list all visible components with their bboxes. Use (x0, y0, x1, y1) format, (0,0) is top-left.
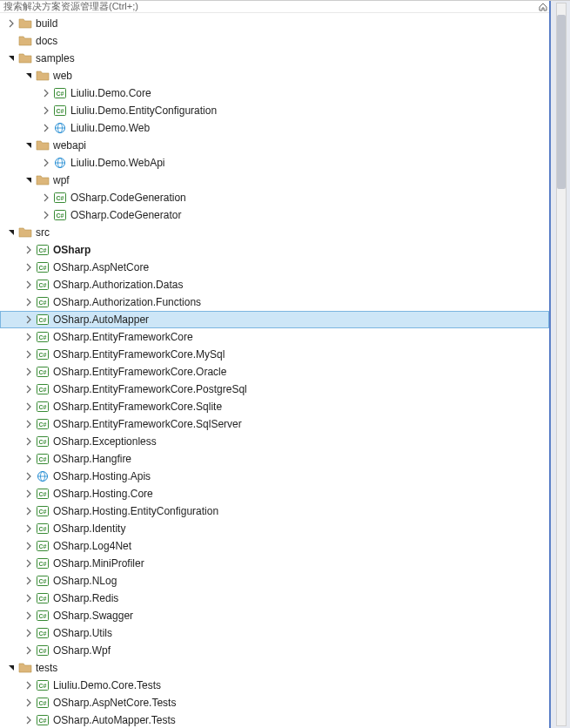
csharp-project-icon: C# (36, 365, 50, 379)
tree-project-item[interactable]: C#OSharp.AutoMapper (0, 311, 549, 328)
expand-icon[interactable] (23, 698, 34, 708)
tree-item-label: src (36, 226, 50, 239)
tree-folder-item[interactable]: src (0, 224, 549, 241)
tree-project-item[interactable]: C#OSharp.CodeGeneration (0, 189, 549, 206)
tree-project-item[interactable]: C#OSharp.EntityFrameworkCore (0, 328, 549, 346)
svg-text:C#: C# (39, 439, 47, 445)
tree-item-label: OSharp.EntityFrameworkCore (53, 331, 193, 343)
tree-project-item[interactable]: C#OSharp.AutoMapper.Tests (0, 711, 549, 728)
expand-icon[interactable] (23, 715, 34, 725)
expand-icon[interactable] (41, 192, 51, 203)
tree-project-item[interactable]: C#Liuliu.Demo.EntityConfiguration (0, 102, 549, 119)
tree-project-item[interactable]: C#OSharp.Authorization.Datas (0, 276, 549, 293)
collapse-icon[interactable] (6, 53, 17, 64)
expand-icon[interactable] (23, 593, 34, 603)
tree-project-item[interactable]: C#OSharp.Identity (0, 520, 549, 537)
tree-project-item[interactable]: C#OSharp.Utils (0, 624, 549, 642)
tree-project-item[interactable]: C#OSharp (0, 241, 549, 259)
expand-icon[interactable] (23, 628, 34, 638)
tree-project-item[interactable]: C#OSharp.EntityFrameworkCore.SqlServer (0, 415, 549, 433)
csharp-project-icon: C# (36, 278, 50, 292)
tree-panel[interactable]: 搜索解决方案资源管理器(Ctrl+;) builddocssampleswebC… (0, 1, 549, 728)
csharp-project-icon: C# (36, 243, 50, 257)
expand-icon[interactable] (23, 454, 34, 464)
expand-icon[interactable] (41, 123, 51, 133)
expand-icon[interactable] (23, 332, 34, 342)
expand-icon[interactable] (41, 210, 51, 220)
tree-project-item[interactable]: C#OSharp.AspNetCore (0, 259, 549, 276)
tree-project-item[interactable]: Liuliu.Demo.Web (0, 119, 549, 137)
tree-project-item[interactable]: OSharp.Hosting.Apis (0, 468, 549, 485)
tree-project-item[interactable]: C#Liuliu.Demo.Core (0, 84, 549, 102)
tree-folder-item[interactable]: web (0, 67, 549, 84)
csharp-project-icon: C# (53, 104, 67, 118)
tree-folder-item[interactable]: tests (0, 659, 549, 677)
expand-icon[interactable] (23, 349, 34, 360)
expand-icon[interactable] (23, 541, 34, 551)
expand-icon[interactable] (23, 506, 34, 516)
tree-project-item[interactable]: C#OSharp.Swagger (0, 607, 549, 624)
expand-icon[interactable] (23, 314, 34, 325)
expand-icon[interactable] (23, 610, 34, 621)
tree-project-item[interactable]: C#OSharp.CodeGenerator (0, 206, 549, 224)
expand-icon[interactable] (23, 384, 34, 394)
tree-project-item[interactable]: C#OSharp.Exceptionless (0, 433, 549, 450)
tree-project-item[interactable]: C#OSharp.Authorization.Functions (0, 293, 549, 311)
expand-icon[interactable] (23, 280, 34, 290)
tree-project-item[interactable]: C#OSharp.Redis (0, 590, 549, 607)
expand-icon[interactable] (23, 401, 34, 412)
expand-icon[interactable] (23, 645, 34, 656)
collapse-icon[interactable] (23, 71, 34, 81)
expand-icon[interactable] (23, 576, 34, 586)
tree-folder-item[interactable]: docs (0, 32, 549, 50)
expand-icon[interactable] (23, 367, 34, 377)
scroll-thumb[interactable] (557, 15, 566, 189)
tree-project-item[interactable]: C#OSharp.Log4Net (0, 537, 549, 555)
csharp-project-icon: C# (36, 417, 50, 431)
tree-project-item[interactable]: C#Liuliu.Demo.Core.Tests (0, 677, 549, 694)
vertical-scrollbar[interactable] (549, 1, 570, 728)
tree-project-item[interactable]: C#OSharp.AspNetCore.Tests (0, 694, 549, 711)
tree-project-item[interactable]: C#OSharp.EntityFrameworkCore.Sqlite (0, 398, 549, 415)
expand-icon[interactable] (23, 558, 34, 569)
expand-icon[interactable] (23, 680, 34, 691)
tree-item-label: OSharp.AutoMapper.Tests (53, 714, 176, 726)
expand-icon[interactable] (23, 523, 34, 534)
expand-icon[interactable] (41, 158, 51, 168)
tree-item-label: OSharp.EntityFrameworkCore.SqlServer (53, 418, 242, 430)
expand-icon[interactable] (41, 88, 51, 98)
csharp-project-icon: C# (36, 487, 50, 501)
tree-folder-item[interactable]: wpf (0, 172, 549, 189)
tree-project-item[interactable]: C#OSharp.EntityFrameworkCore.PostgreSql (0, 381, 549, 398)
collapse-icon[interactable] (23, 140, 34, 151)
tree-project-item[interactable]: Liuliu.Demo.WebApi (0, 154, 549, 172)
tree-folder-item[interactable]: build (0, 15, 549, 32)
home-icon[interactable] (537, 1, 549, 13)
tree-project-item[interactable]: C#OSharp.Hosting.Core (0, 485, 549, 502)
tree-project-item[interactable]: C#OSharp.Hosting.EntityConfiguration (0, 502, 549, 520)
collapse-icon[interactable] (23, 175, 34, 185)
collapse-icon[interactable] (6, 663, 17, 673)
expand-icon[interactable] (41, 105, 51, 116)
expand-icon[interactable] (23, 262, 34, 273)
expand-icon[interactable] (23, 297, 34, 307)
svg-text:C#: C# (57, 91, 64, 97)
tree-item-label: Liuliu.Demo.Web (70, 122, 150, 134)
expand-icon[interactable] (6, 18, 17, 29)
tree-project-item[interactable]: C#OSharp.Wpf (0, 642, 549, 659)
tree-folder-item[interactable]: samples (0, 50, 549, 67)
tree-project-item[interactable]: C#OSharp.Hangfire (0, 450, 549, 468)
collapse-icon[interactable] (6, 227, 17, 238)
expand-icon[interactable] (23, 489, 34, 499)
tree-project-item[interactable]: C#OSharp.NLog (0, 572, 549, 590)
tree-project-item[interactable]: C#OSharp.MiniProfiler (0, 555, 549, 572)
expand-icon[interactable] (23, 419, 34, 429)
tree-item-label: build (36, 17, 57, 30)
expand-icon[interactable] (23, 245, 34, 255)
search-header[interactable]: 搜索解决方案资源管理器(Ctrl+;) (0, 1, 549, 13)
expand-icon[interactable] (23, 471, 34, 482)
expand-icon[interactable] (23, 436, 34, 447)
tree-folder-item[interactable]: webapi (0, 137, 549, 154)
tree-project-item[interactable]: C#OSharp.EntityFrameworkCore.Oracle (0, 363, 549, 381)
tree-project-item[interactable]: C#OSharp.EntityFrameworkCore.MySql (0, 346, 549, 363)
